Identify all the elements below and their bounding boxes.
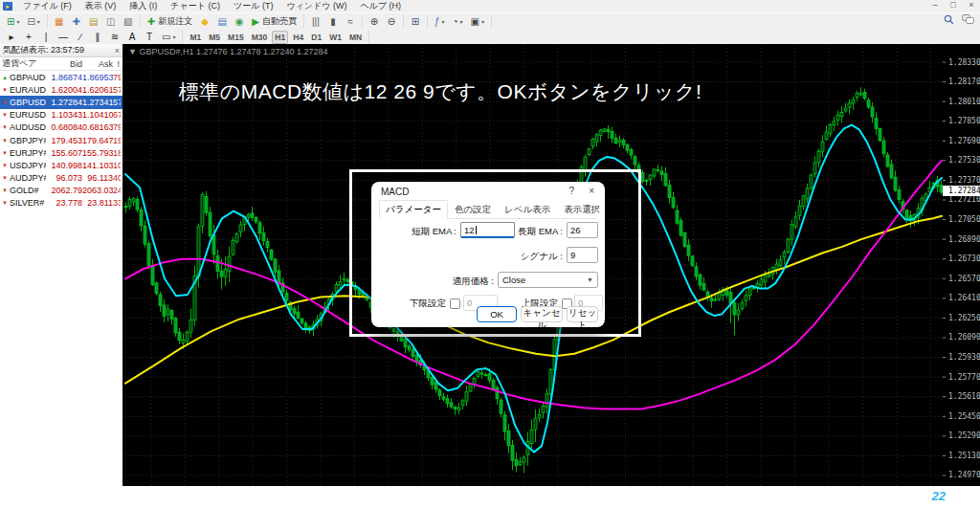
market-watch-row[interactable]: ▼EURAUD#1.620041.6206157 [0,83,122,96]
timeframe-M15[interactable]: M15 [225,31,247,44]
toolbar-navigator[interactable]: ✚ [69,15,84,29]
dialog-tab-1[interactable]: 色の設定 [448,200,498,219]
fast-ema-input[interactable]: 12 [460,222,515,238]
menu-item-6[interactable]: ヘルプ (H) [353,1,408,11]
trendline-icon: ∕ [79,33,81,42]
market-watch-row[interactable]: ▼SILVER#23.77823.81133 [0,197,122,210]
signal-input[interactable]: 9 [567,247,598,263]
menu-item-0[interactable]: ファイル (F) [16,1,78,11]
toolbar-bar-chart-mode[interactable]: ||| [308,15,323,29]
toolbar-metaeditor[interactable]: ◆ [197,15,212,29]
timeframe-M30[interactable]: M30 [249,31,271,44]
toolbar-indicators[interactable]: ƒ▾ [432,15,448,29]
indicators-icon: ƒ [434,17,440,27]
dialog-tab-3[interactable]: 表示選択 [557,200,607,219]
toolbar-profiles[interactable]: ⊟▾ [24,15,42,29]
toolbar-horizontal-line[interactable]: — [56,31,71,44]
current-price-value: 1.27284 [948,187,980,195]
toolbar-templates[interactable]: ▣▾ [468,15,487,29]
toolbar-shapes[interactable]: ▭▾ [159,31,178,44]
horizontal-line-icon: — [58,33,68,42]
symbol-name: AUDUSD# [10,122,46,132]
dropdown-arrow-icon: ▾ [460,18,463,25]
market-watch-row[interactable]: ▼EURJPY#155.607155.793186 [0,146,122,159]
toolbar-trendline[interactable]: ∕ [73,31,88,44]
menu-item-3[interactable]: チャート (C) [164,1,227,11]
toolbar-new-window[interactable]: ◫ [103,15,119,29]
tick-down-icon: ▼ [2,175,8,181]
min-checkbox[interactable] [450,298,460,309]
timeframe-H4[interactable]: H4 [290,31,306,44]
market-watch-close-icon[interactable]: × [115,46,120,55]
minimize-icon[interactable]: – [930,0,940,10]
fibonacci-icon: ≋ [111,33,119,42]
toolbar-text-label[interactable]: T [142,31,157,44]
tick-up-icon: ▲ [2,75,8,80]
ask-value: 141.103 [82,161,113,170]
toolbar-cursor[interactable]: ▸ [4,31,19,44]
timeframe-W1[interactable]: W1 [326,31,345,44]
toolbar-crosshair[interactable]: + [21,31,36,44]
toolbar-periods[interactable]: ◔▾ [449,15,465,29]
toolbar-zoom-in[interactable]: ⊕ [367,15,382,29]
price-label: 1.25930 [948,353,980,362]
price-label: 1.26570 [948,275,980,283]
toolbar-vertical-line[interactable]: | [38,31,54,44]
toolbar-auto-trading[interactable]: ▶自動売買 [249,15,300,29]
price-scale[interactable]: 1.283301.281701.280101.278501.276901.275… [943,44,980,486]
timeframe-M5[interactable]: M5 [206,31,223,44]
line-chart-mode-icon: ≈ [347,17,353,27]
market-watch-row[interactable]: ▼AUDUSD#0.680840.6816379 [0,121,122,134]
toolbar-new-chart[interactable]: ⊞▾ [4,15,22,29]
toolbar-data-window[interactable]: ▤ [86,15,101,29]
market-watch-row[interactable]: ▼EURUSD#1.103431.1041067 [0,109,122,121]
menu-item-4[interactable]: ツール (T) [227,1,279,11]
timeframe-M1[interactable]: M1 [187,31,204,44]
cancel-button[interactable]: キャンセル [521,306,563,322]
maximize-icon[interactable]: □ [948,0,958,10]
toolbar-market-watch[interactable]: ▦ [52,15,67,29]
toolbar-print[interactable]: ▤ [214,15,230,29]
price-label: 1.26890 [948,235,980,244]
dialog-tab-0[interactable]: パラメーター [379,200,448,219]
market-watch-rows: ▲GBPAUD#1.868741.8695379▼EURAUD#1.620041… [0,71,122,210]
search-icon[interactable] [944,14,954,25]
toolbar-community[interactable]: ◉ [232,15,247,29]
price-label: 1.25130 [948,452,980,460]
market-watch-row[interactable]: ▼USDJPY#140.998141.103105 [0,159,122,171]
dropdown-arrow-icon: ▾ [16,18,19,25]
help-icon[interactable]: ? [568,186,574,196]
menu-item-2[interactable]: 挿入 (I) [122,1,164,11]
toolbar-line-chart-mode[interactable]: ≈ [343,15,358,29]
toolbar-candle-chart-mode[interactable]: ▮ [325,15,341,29]
market-watch-row[interactable]: ▲GBPAUD#1.868741.8695379 [0,71,122,83]
slow-ema-label: 長期 EMA : [509,226,563,238]
dialog-tab-2[interactable]: レベル表示 [498,200,557,219]
toolbar-channel[interactable]: ∥ [90,31,105,44]
market-watch-row[interactable]: ▼GOLD#2062.792063.0324 [0,185,122,197]
toolbar-tile-windows[interactable]: ⊞ [408,15,423,29]
timeframe-MN[interactable]: MN [346,31,365,44]
market-watch-row[interactable]: ▼GBPUSD#1.272841.2734157 [0,96,122,108]
apply-price-select[interactable]: Close▼ [498,272,598,288]
toolbar-new-order[interactable]: ✚新規注文 [145,15,195,29]
spread-value: 33 [113,198,121,208]
toolbar-strategy-tester[interactable]: ▧ [121,15,136,29]
chat-icon[interactable] [962,14,974,25]
slow-ema-input[interactable]: 26 [567,222,598,238]
ok-button[interactable]: OK [477,306,517,322]
close-icon[interactable]: × [967,0,976,10]
menu-item-1[interactable]: 表示 (V) [78,1,123,11]
toolbar-fibonacci[interactable]: ≋ [107,31,122,44]
toolbar-text[interactable]: A [124,31,140,44]
menu-item-5[interactable]: ウィンドウ (W) [279,1,353,11]
timeframe-H1[interactable]: H1 [272,31,288,44]
spread-value: 194 [113,136,121,145]
market-watch-row[interactable]: ▼GBPJPY#179.453179.647194 [0,134,122,146]
market-watch-row[interactable]: ▼AUDJPY#96.07396.11340 [0,172,122,185]
reset-button[interactable]: リセット [567,306,598,322]
timeframe-D1[interactable]: D1 [308,31,324,44]
toolbar-zoom-out[interactable]: ⊖ [384,15,399,29]
data-window-icon: ▤ [89,17,98,27]
dialog-close-icon[interactable]: × [589,186,594,196]
